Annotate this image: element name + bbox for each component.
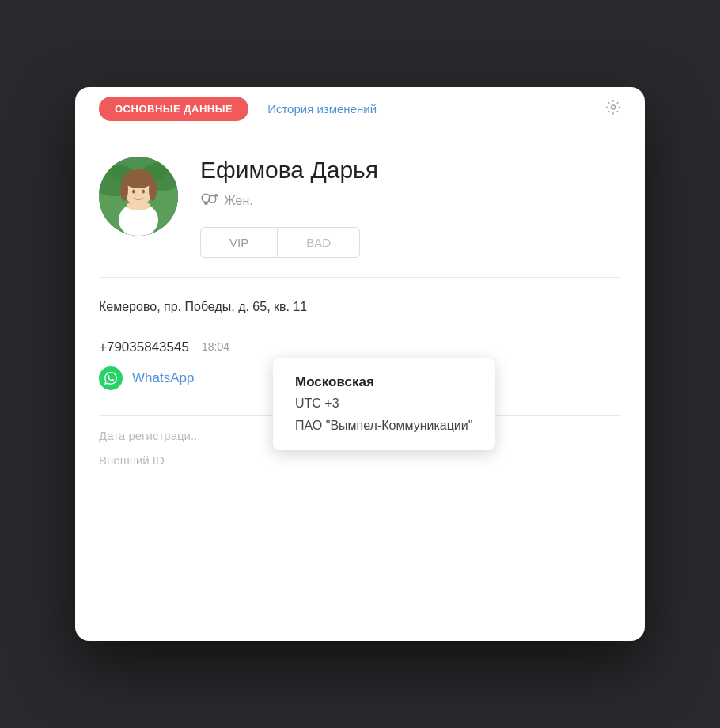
tab-history[interactable]: История изменений xyxy=(267,102,377,116)
gear-icon[interactable] xyxy=(605,99,621,119)
gender-label: Жен. xyxy=(224,194,253,208)
phone-row: +79035843545 18:04 xyxy=(99,339,621,355)
phone-section: +79035843545 18:04 WhatsApp Московская U… xyxy=(75,330,645,403)
svg-point-8 xyxy=(149,179,157,201)
avatar xyxy=(99,157,178,236)
svg-point-9 xyxy=(132,190,135,194)
profile-name: Ефимова Дарья xyxy=(200,157,621,184)
svg-point-0 xyxy=(612,105,616,109)
external-id-field-row: Внешний ID xyxy=(99,453,621,467)
main-window: ОСНОВНЫЕ ДАННЫЕ История изменений xyxy=(75,87,645,641)
tooltip-popup: Московская UTC +3 ПАО "Вымпел-Коммуникац… xyxy=(273,358,495,450)
tooltip-city: Московская xyxy=(295,374,472,390)
profile-section: Ефимова Дарья Жен. xyxy=(75,131,645,277)
external-id-label: Внешний ID xyxy=(99,453,241,467)
whatsapp-icon[interactable] xyxy=(99,366,123,390)
svg-point-6 xyxy=(123,169,153,188)
phone-number[interactable]: +79035843545 xyxy=(99,339,189,355)
tooltip-provider: ПАО "Вымпел-Коммуникации" xyxy=(295,417,472,434)
svg-point-7 xyxy=(120,179,128,201)
svg-point-12 xyxy=(127,201,150,210)
bad-button[interactable]: BAD xyxy=(277,227,360,258)
tabs-bar: ОСНОВНЫЕ ДАННЫЕ История изменений xyxy=(75,87,645,131)
tooltip-utc: UTC +3 xyxy=(295,396,472,411)
gender-icon xyxy=(200,191,218,210)
address-section: Кемерово, пр. Победы, д. 65, кв. 11 xyxy=(75,278,645,330)
profile-info: Ефимова Дарья Жен. xyxy=(200,157,621,258)
vip-bad-row: VIP BAD xyxy=(200,227,621,258)
tab-primary[interactable]: ОСНОВНЫЕ ДАННЫЕ xyxy=(99,97,248,121)
svg-point-10 xyxy=(142,190,145,194)
whatsapp-label[interactable]: WhatsApp xyxy=(132,370,194,386)
phone-time: 18:04 xyxy=(202,340,229,355)
address-text: Кемерово, пр. Победы, д. 65, кв. 11 xyxy=(99,300,307,313)
registration-label: Дата регистраци... xyxy=(99,429,241,442)
gender-row: Жен. xyxy=(200,191,621,210)
vip-button[interactable]: VIP xyxy=(200,227,277,258)
whatsapp-row: WhatsApp Московская UTC +3 ПАО "Вымпел-К… xyxy=(99,366,621,390)
